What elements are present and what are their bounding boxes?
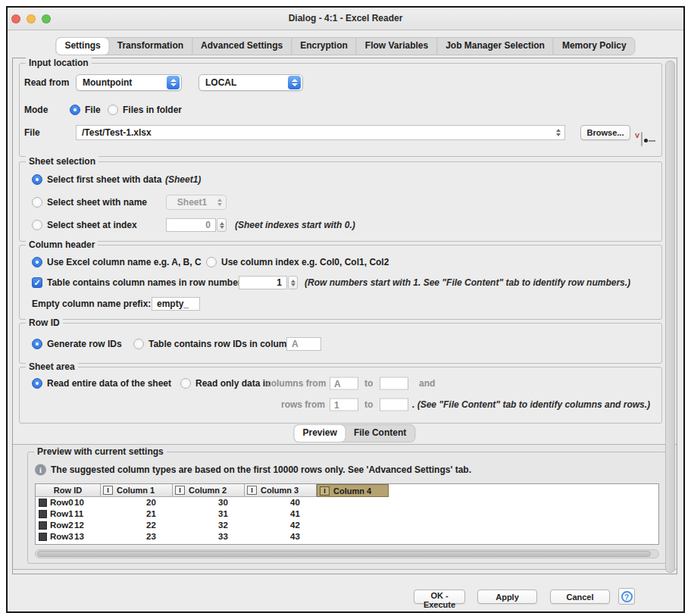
names-in-row-label: Table contains column names in row numbe…	[47, 277, 242, 288]
column-header-column-2[interactable]: I Column 2	[173, 484, 245, 497]
sheet-area-note: . (See "File Content" tab to identify co…	[412, 399, 650, 410]
flow-variable-icon: V	[635, 133, 639, 139]
tab-flow-variables[interactable]: Flow Variables	[357, 38, 437, 55]
radio-row-ids-in-column[interactable]	[133, 339, 144, 349]
zoom-button[interactable]	[42, 14, 51, 23]
scrollbar-thumb[interactable]	[37, 551, 651, 557]
group-title: Input location	[26, 58, 92, 68]
sheet-index-input[interactable]: 0	[166, 218, 216, 232]
excel-names-label: Use Excel column name e.g. A, B, C	[47, 257, 202, 267]
column-header-row-id[interactable]: Row ID	[36, 484, 101, 497]
preview-panel: Preview with current settings i The sugg…	[13, 444, 677, 570]
row-color-swatch	[39, 521, 47, 530]
file-label: File	[24, 127, 40, 138]
cancel-button[interactable]: Cancel	[550, 589, 610, 604]
row-number-input[interactable]: 1	[239, 276, 287, 289]
row-color-swatch	[39, 499, 47, 507]
radio-mode-file[interactable]	[70, 105, 80, 115]
title-bar: Dialog - 4:1 - Excel Reader	[8, 8, 683, 30]
column-header-column-4-selected[interactable]: I Column 4	[317, 484, 389, 497]
help-button[interactable]: ?	[618, 588, 635, 605]
read-from-select[interactable]: Mountpoint	[76, 74, 182, 91]
preview-table: Row ID I Column 1 I Column 2 I Column 3	[35, 483, 659, 545]
preview-group: Preview with current settings i The sugg…	[27, 452, 667, 564]
tab-transformation[interactable]: Transformation	[109, 38, 192, 55]
radio-column-index[interactable]	[206, 257, 217, 267]
apply-button[interactable]: Apply	[477, 589, 537, 604]
radio-generate-row-ids[interactable]	[32, 339, 42, 349]
empty-prefix-input[interactable]: empty_	[152, 297, 200, 311]
sheet-name-select[interactable]: Sheet1	[166, 195, 227, 210]
int-type-icon: I	[175, 486, 185, 495]
row-number-stepper[interactable]	[288, 276, 298, 289]
dialog-tab-bar: Settings Transformation Advanced Setting…	[55, 37, 635, 55]
group-title: Row ID	[26, 317, 63, 328]
tab-preview[interactable]: Preview	[295, 425, 346, 442]
browse-button[interactable]: Browse...	[580, 125, 630, 140]
radio-excel-column-name[interactable]	[32, 257, 42, 267]
tab-settings[interactable]: Settings	[56, 38, 108, 55]
info-icon: i	[35, 464, 46, 476]
tab-job-manager-selection[interactable]: Job Manager Selection	[437, 38, 554, 55]
radio-sheet-by-index[interactable]	[32, 220, 42, 230]
mode-file-label: File	[85, 105, 101, 115]
table-row: Row2 12 22 32 42	[36, 520, 658, 531]
mountpoint-select[interactable]: LOCAL	[199, 74, 303, 91]
rows-to-input[interactable]	[380, 399, 408, 411]
table-row: Row3 13 23 33 43	[36, 531, 658, 543]
first-sheet-note: (Sheet1)	[165, 174, 201, 185]
sheet-index-stepper[interactable]	[217, 218, 227, 232]
sheet-area-group: Sheet area Read entire data of the sheet…	[19, 367, 662, 424]
sheet-index-note: (Sheet indexes start with 0.)	[235, 220, 355, 230]
row-id-group: Row ID Generate row IDs Table contains r…	[19, 323, 662, 364]
group-title: Column header	[26, 239, 98, 250]
preview-tab-bar: Preview File Content	[294, 424, 416, 442]
radio-read-entire-sheet[interactable]	[32, 378, 42, 389]
mode-label: Mode	[24, 105, 48, 115]
column-header-column-1[interactable]: I Column 1	[101, 484, 173, 497]
int-type-icon: I	[247, 486, 257, 495]
radio-mode-files-in-folder[interactable]	[108, 105, 118, 115]
sheet-index-label: Select sheet at index	[47, 220, 137, 230]
empty-prefix-label: Empty column name prefix:	[32, 299, 151, 309]
table-row: Row0 10 20 30 40	[36, 497, 658, 508]
columns-to-input[interactable]	[380, 377, 408, 390]
radio-sheet-by-name[interactable]	[32, 197, 42, 208]
row-number-note: (Row numbers start with 1. See "File Con…	[305, 277, 630, 288]
vertical-scrollbar[interactable]	[665, 61, 675, 573]
group-title: Sheet selection	[26, 156, 98, 167]
dropdown-arrows-icon	[288, 76, 301, 89]
checkbox-column-names-row[interactable]: ✓	[32, 277, 42, 288]
column-index-label: Use column index e.g. Col0, Col1, Col2	[221, 257, 389, 267]
row-color-swatch	[39, 510, 47, 518]
tab-advanced-settings[interactable]: Advanced Settings	[192, 38, 292, 55]
tab-file-content[interactable]: File Content	[346, 425, 414, 442]
combo-arrows-icon	[556, 129, 561, 136]
tab-memory-policy[interactable]: Memory Policy	[554, 38, 635, 55]
column-header-column-3[interactable]: I Column 3	[245, 484, 317, 497]
rows-from-input[interactable]: 1	[330, 399, 358, 411]
file-path-combobox[interactable]: /Test/Test-1.xlsx	[76, 125, 565, 140]
dialog-window: Dialog - 4:1 - Excel Reader Settings Tra…	[6, 6, 685, 613]
columns-to-label: to	[364, 378, 373, 389]
dropdown-arrows-icon	[217, 199, 222, 206]
horizontal-scrollbar[interactable]	[35, 549, 659, 558]
rows-to-label: to	[364, 399, 373, 410]
ok-execute-button[interactable]: OK - Execute	[414, 589, 465, 604]
generate-row-ids-label: Generate row IDs	[47, 339, 122, 349]
radio-read-only-area[interactable]	[180, 378, 191, 389]
input-location-group: Input location Read from Mountpoint LOCA…	[19, 63, 662, 157]
read-entire-label: Read entire data of the sheet	[47, 378, 171, 389]
close-button[interactable]	[11, 14, 20, 23]
row-id-column-input[interactable]: A	[286, 337, 321, 351]
group-title: Preview with current settings	[34, 446, 167, 457]
dropdown-arrows-icon	[167, 76, 180, 89]
columns-from-input[interactable]: A	[330, 377, 358, 390]
radio-first-sheet[interactable]	[32, 174, 42, 185]
read-from-label: Read from	[24, 77, 69, 88]
and-label: and	[419, 378, 435, 389]
sheet-selection-group: Sheet selection Select first sheet with …	[19, 161, 662, 242]
minimize-button[interactable]	[27, 14, 36, 23]
flow-variable-button[interactable]: V	[641, 132, 643, 146]
tab-encryption[interactable]: Encryption	[292, 38, 357, 55]
